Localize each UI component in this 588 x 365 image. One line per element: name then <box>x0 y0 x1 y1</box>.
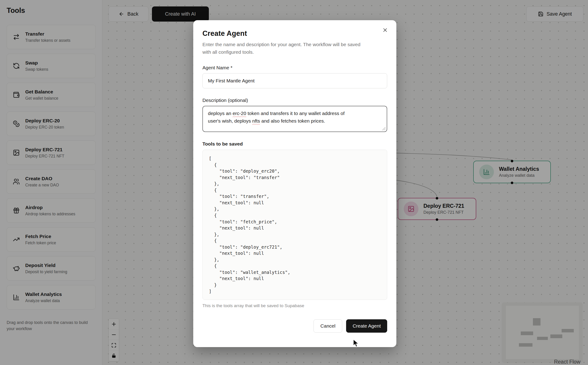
agent-name-input[interactable] <box>202 73 387 88</box>
modal-subtitle: Enter the name and description for your … <box>202 41 363 56</box>
tools-to-be-saved-label: Tools to be saved <box>202 141 387 147</box>
create-agent-modal: Create Agent Enter the name and descript… <box>193 20 396 347</box>
cancel-label: Cancel <box>320 323 335 329</box>
agent-name-label: Agent Name * <box>202 65 387 70</box>
modal-helper-text: This is the tools array that will be sav… <box>202 303 387 308</box>
close-icon[interactable] <box>382 27 388 34</box>
description-misspelled-word: nfts <box>252 118 260 124</box>
cancel-button[interactable]: Cancel <box>313 319 342 333</box>
modal-actions: Cancel Create Agent <box>202 319 387 333</box>
create-agent-label: Create Agent <box>353 323 381 329</box>
description-text: deploys an <box>208 111 233 116</box>
description-textarea[interactable]: deploys an erc-20 token and transfers it… <box>202 106 387 132</box>
create-agent-button[interactable]: Create Agent <box>346 319 387 333</box>
description-misspelled-word: erc-20 <box>233 111 246 116</box>
tools-json-code: [ { "tool": "deploy_erc20", "next_tool":… <box>209 155 381 295</box>
tools-json-block: [ { "tool": "deploy_erc20", "next_tool":… <box>202 150 387 300</box>
description-text: and also fetches token prices. <box>260 118 325 124</box>
modal-title: Create Agent <box>202 29 387 38</box>
resize-grip-icon[interactable] <box>382 127 386 130</box>
description-label: Description (optional) <box>202 98 387 103</box>
